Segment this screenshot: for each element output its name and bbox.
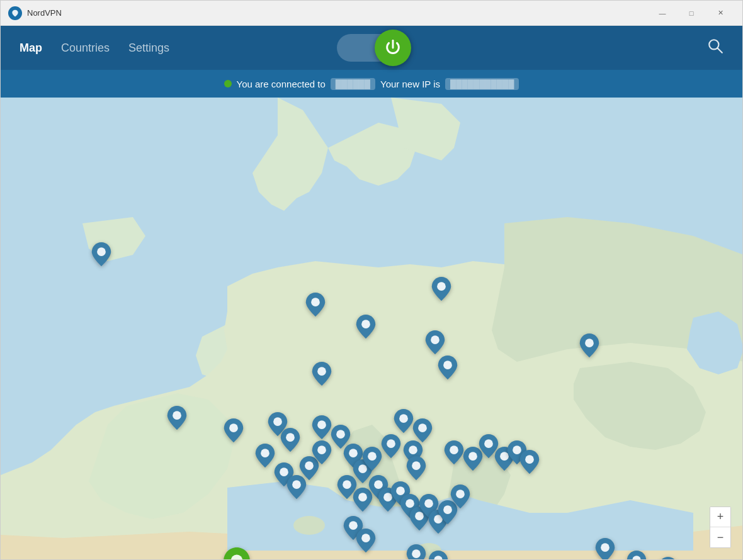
minimize-button[interactable]: — — [648, 4, 677, 23]
zoom-controls: + − — [710, 507, 731, 548]
map-pin-23[interactable] — [379, 434, 403, 461]
status-text-prefix: You are connected to — [237, 79, 326, 89]
map-pin-2[interactable] — [354, 315, 378, 341]
statusbar: You are connected to ██████ Your new IP … — [1, 70, 742, 98]
map-pin-0[interactable] — [89, 242, 113, 269]
map-area: + − — [1, 98, 743, 560]
close-button[interactable]: ✕ — [706, 4, 735, 23]
svg-point-4 — [293, 516, 325, 535]
nav-settings[interactable]: Settings — [128, 39, 169, 57]
app-title: NordVPN — [27, 8, 648, 18]
map-pin-9[interactable] — [222, 418, 246, 445]
svg-point-20 — [399, 414, 408, 423]
map-pin-43[interactable] — [448, 484, 472, 511]
maximize-button[interactable]: □ — [677, 4, 706, 23]
svg-point-6 — [97, 247, 106, 256]
map-pin-6[interactable] — [577, 333, 601, 360]
svg-point-10 — [431, 335, 440, 344]
svg-point-49 — [456, 490, 465, 498]
svg-point-38 — [525, 455, 534, 464]
svg-point-8 — [361, 320, 370, 328]
search-icon[interactable] — [707, 38, 723, 58]
svg-point-34 — [468, 452, 477, 461]
svg-point-11 — [443, 361, 452, 369]
map-pin-8[interactable] — [165, 406, 189, 432]
svg-point-31 — [412, 461, 421, 470]
svg-point-16 — [273, 417, 282, 426]
nav-countries[interactable]: Countries — [61, 39, 110, 57]
connection-dot — [224, 80, 232, 87]
svg-point-26 — [349, 449, 358, 457]
map-pin-4[interactable] — [423, 330, 447, 357]
titlebar: NordVPN — □ ✕ — [1, 1, 742, 26]
map-pin-53[interactable] — [220, 547, 253, 560]
map-pin-19[interactable] — [310, 440, 334, 467]
server-name-redacted: ██████ — [331, 78, 375, 90]
svg-point-9 — [437, 282, 446, 291]
app-icon — [8, 6, 22, 20]
svg-point-29 — [387, 439, 395, 448]
map-pin-54[interactable] — [593, 538, 617, 560]
map-pin-32[interactable] — [518, 450, 542, 476]
svg-point-32 — [418, 423, 427, 432]
map-pin-46[interactable] — [404, 544, 428, 560]
map-pin-55[interactable] — [625, 551, 649, 560]
svg-point-14 — [173, 411, 181, 420]
window-controls: — □ ✕ — [648, 4, 735, 23]
power-toggle[interactable] — [337, 34, 406, 62]
svg-point-60 — [601, 543, 610, 552]
svg-point-51 — [361, 534, 370, 542]
svg-point-33 — [450, 445, 458, 454]
map-pin-48[interactable] — [426, 551, 450, 560]
svg-point-35 — [484, 439, 493, 448]
map-pin-26[interactable] — [411, 418, 434, 445]
svg-point-17 — [286, 433, 295, 442]
svg-point-39 — [343, 480, 351, 489]
navbar: Map Countries Settings — [1, 26, 742, 70]
map-pin-45[interactable] — [354, 529, 378, 555]
svg-point-30 — [409, 445, 417, 454]
svg-point-52 — [412, 549, 421, 558]
toggle-track — [337, 34, 406, 62]
map-pin-7[interactable] — [310, 362, 334, 388]
zoom-in-button[interactable]: + — [710, 507, 730, 527]
svg-point-12 — [585, 339, 594, 347]
ip-address-redacted: ███████████ — [445, 78, 519, 90]
svg-point-7 — [311, 298, 320, 306]
status-text-mid: Your new IP is — [380, 79, 440, 89]
power-button[interactable] — [375, 30, 411, 66]
svg-point-28 — [368, 452, 377, 461]
nav-map[interactable]: Map — [20, 39, 42, 57]
map-pin-56[interactable] — [656, 557, 680, 560]
zoom-out-button[interactable]: − — [710, 527, 730, 547]
svg-point-21 — [261, 449, 269, 457]
map-pin-3[interactable] — [429, 277, 453, 303]
map-pin-5[interactable] — [436, 356, 460, 382]
svg-point-40 — [358, 493, 367, 501]
svg-point-18 — [317, 420, 326, 429]
svg-point-46 — [424, 499, 433, 508]
svg-point-19 — [336, 430, 345, 439]
svg-point-25 — [317, 445, 326, 454]
map-pin-11[interactable] — [278, 428, 302, 454]
svg-line-2 — [718, 48, 722, 53]
svg-point-13 — [317, 367, 326, 376]
svg-point-15 — [229, 423, 238, 432]
map-pin-25[interactable] — [404, 456, 428, 483]
map-pin-1[interactable] — [303, 293, 327, 319]
